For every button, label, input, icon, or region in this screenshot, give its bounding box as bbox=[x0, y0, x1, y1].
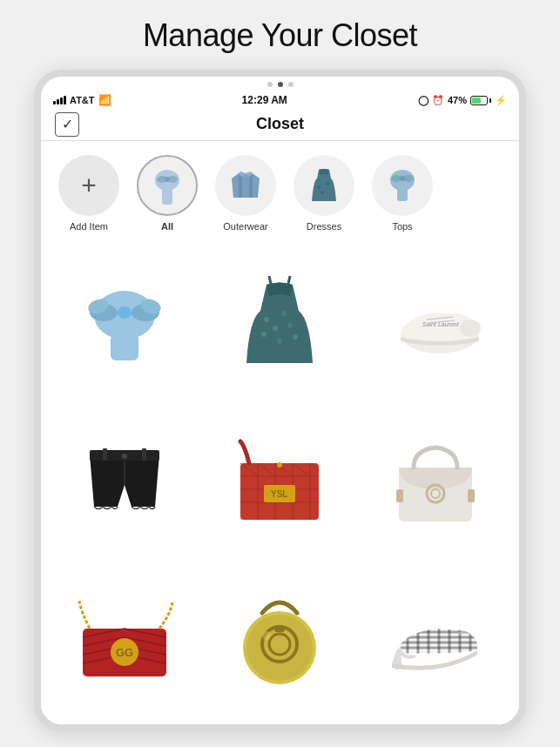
category-all-circle[interactable] bbox=[137, 155, 198, 216]
svg-text:YSL: YSL bbox=[271, 489, 287, 499]
svg-point-26 bbox=[261, 332, 267, 337]
grid-item-white-bag[interactable] bbox=[359, 404, 512, 557]
category-add-item[interactable]: + Add Item bbox=[50, 155, 128, 232]
dresses-icon bbox=[301, 163, 347, 208]
bar-2 bbox=[57, 99, 59, 104]
svg-point-30 bbox=[460, 320, 481, 337]
time-display: 12:29 AM bbox=[242, 94, 287, 106]
grid-item-sneakers[interactable]: Saint Laurent bbox=[359, 247, 512, 400]
check-button[interactable]: ✓ bbox=[55, 112, 79, 137]
grid-item-blue-top[interactable] bbox=[48, 247, 201, 400]
sneakers-image: Saint Laurent bbox=[383, 272, 488, 376]
category-dresses-label: Dresses bbox=[307, 221, 341, 232]
category-tops-label: Tops bbox=[392, 221, 412, 232]
grid-item-dark-dress[interactable] bbox=[203, 247, 356, 400]
battery-icon bbox=[470, 96, 491, 105]
nav-bar: ✓ Closet bbox=[41, 110, 519, 141]
svg-rect-14 bbox=[111, 334, 138, 360]
svg-point-25 bbox=[287, 323, 293, 328]
svg-rect-36 bbox=[142, 448, 146, 461]
category-add-label: Add Item bbox=[70, 221, 108, 232]
svg-rect-9 bbox=[397, 189, 408, 201]
white-bag-image bbox=[383, 428, 488, 533]
category-outerwear-label: Outerwear bbox=[223, 221, 267, 232]
status-bar: AT&T 📶 12:29 AM ◯ ⏰ 47% ⚡ bbox=[41, 89, 519, 110]
grid-item-heels[interactable] bbox=[359, 561, 512, 714]
status-left: AT&T 📶 bbox=[53, 94, 111, 106]
svg-point-54 bbox=[277, 462, 282, 468]
screen-icon: ◯ bbox=[418, 95, 428, 106]
battery-percent: 47% bbox=[448, 95, 467, 105]
svg-text:GG: GG bbox=[116, 646, 133, 659]
black-shorts-image bbox=[72, 428, 177, 533]
category-outerwear-circle[interactable] bbox=[215, 155, 276, 216]
signal-bars bbox=[53, 96, 66, 104]
tops-icon bbox=[380, 163, 425, 208]
svg-point-12 bbox=[400, 176, 405, 181]
page-title: Manage Your Closet bbox=[143, 17, 417, 54]
svg-point-38 bbox=[122, 454, 127, 459]
category-dresses[interactable]: Dresses bbox=[285, 155, 363, 232]
blue-top-image bbox=[72, 272, 177, 376]
svg-point-23 bbox=[281, 311, 287, 316]
pagination-dots bbox=[41, 77, 519, 89]
svg-line-20 bbox=[269, 276, 271, 284]
nav-title: Closet bbox=[256, 115, 304, 133]
svg-line-21 bbox=[288, 276, 290, 284]
plus-icon: + bbox=[81, 171, 97, 200]
yellow-bag-image bbox=[227, 585, 332, 690]
battery-body bbox=[470, 96, 488, 105]
add-circle[interactable]: + bbox=[58, 155, 119, 216]
battery-fill bbox=[472, 98, 481, 104]
status-right: ◯ ⏰ 47% ⚡ bbox=[418, 95, 507, 106]
svg-rect-67 bbox=[274, 625, 285, 632]
alarm-icon: ⏰ bbox=[432, 95, 444, 106]
dot-3 bbox=[288, 82, 293, 87]
carrier-label: AT&T bbox=[70, 95, 95, 105]
bar-4 bbox=[64, 96, 66, 104]
bar-3 bbox=[60, 98, 63, 104]
battery-nub bbox=[489, 98, 491, 103]
svg-point-27 bbox=[277, 339, 282, 344]
all-icon bbox=[145, 163, 190, 208]
dot-1 bbox=[267, 82, 273, 87]
outerwear-icon bbox=[223, 163, 268, 208]
svg-rect-59 bbox=[468, 489, 475, 502]
category-outerwear[interactable]: Outerwear bbox=[206, 155, 285, 232]
category-tops-circle[interactable] bbox=[372, 155, 433, 216]
svg-rect-1 bbox=[162, 189, 172, 205]
category-all[interactable]: All bbox=[128, 155, 206, 232]
svg-point-28 bbox=[293, 334, 298, 340]
category-dresses-circle[interactable] bbox=[293, 155, 354, 216]
grid-item-yellow-bag[interactable] bbox=[203, 561, 356, 714]
category-scroll[interactable]: + Add Item All bbox=[41, 141, 519, 239]
svg-point-4 bbox=[165, 177, 170, 182]
ipad-frame: AT&T 📶 12:29 AM ◯ ⏰ 47% ⚡ ✓ Closet bbox=[34, 70, 526, 731]
lightning-icon: ⚡ bbox=[495, 95, 507, 106]
svg-point-68 bbox=[262, 631, 271, 640]
svg-rect-58 bbox=[396, 489, 403, 502]
svg-point-6 bbox=[326, 182, 329, 185]
grid-item-black-shorts[interactable] bbox=[48, 404, 201, 557]
items-grid: Saint Laurent bbox=[41, 239, 519, 724]
bar-1 bbox=[53, 101, 56, 104]
category-all-label: All bbox=[161, 221, 173, 232]
gucci-bag-image: GG bbox=[72, 585, 177, 690]
dark-dress-image bbox=[227, 272, 332, 376]
grid-item-red-bag[interactable]: YSL bbox=[203, 404, 356, 557]
svg-point-5 bbox=[317, 185, 320, 189]
svg-point-24 bbox=[273, 326, 278, 331]
dot-2 bbox=[278, 82, 283, 87]
svg-point-17 bbox=[118, 306, 132, 319]
red-bag-image: YSL bbox=[227, 428, 332, 533]
wifi-icon: 📶 bbox=[98, 94, 111, 106]
page-wrapper: Manage Your Closet AT&T 📶 12:29 AM bbox=[0, 0, 560, 747]
heels-image bbox=[383, 585, 488, 690]
category-tops[interactable]: Tops bbox=[363, 155, 442, 232]
grid-item-gucci-bag[interactable]: GG bbox=[48, 561, 201, 714]
svg-point-64 bbox=[246, 615, 313, 681]
svg-point-22 bbox=[264, 317, 269, 322]
svg-point-7 bbox=[320, 191, 324, 194]
svg-rect-35 bbox=[103, 448, 107, 461]
